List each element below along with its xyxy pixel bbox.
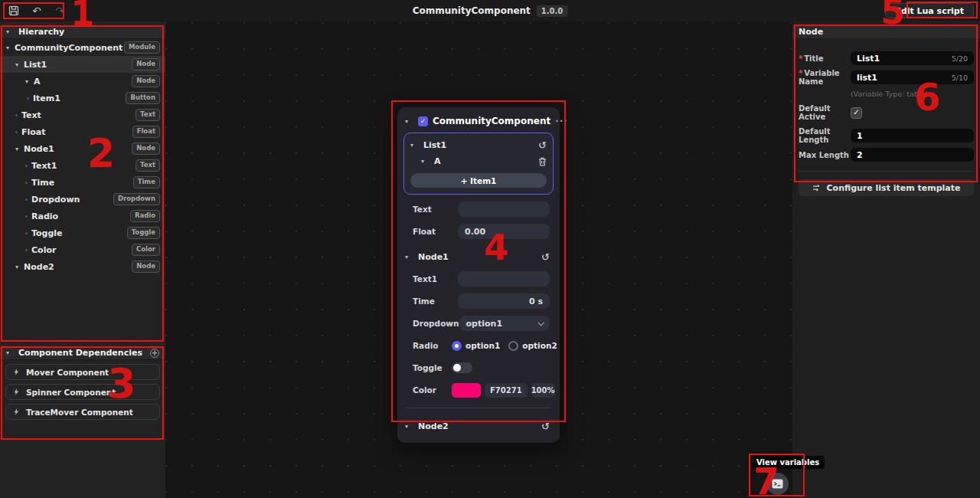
component-title: CommunityComponent: [413, 5, 531, 16]
reset-icon[interactable]: ↺: [541, 421, 550, 431]
component-card-header[interactable]: ▾ ✓ CommunityComponent ···: [397, 112, 560, 131]
text-input[interactable]: [458, 201, 550, 217]
chevron-down-icon[interactable]: ▾: [421, 158, 430, 165]
tree-item[interactable]: Color Color: [0, 241, 165, 258]
right-sidebar: Node *Title List1 5/20 *Variable Name li…: [792, 21, 980, 498]
dependencies-title: Component Dependencies: [18, 348, 142, 358]
dependency-label: TraceMover Component: [26, 408, 133, 417]
tree-item[interactable]: Text1 Text: [0, 157, 165, 174]
hierarchy-header[interactable]: ▾ Hierarchy: [0, 25, 165, 39]
tree-item[interactable]: ▾ CommunityComponent Module: [0, 39, 165, 56]
dependency-item[interactable]: TraceMover Component: [5, 404, 160, 420]
reset-icon[interactable]: ↺: [538, 140, 547, 150]
field-label: Default Active: [799, 104, 851, 121]
text1-field-row: Text1: [397, 271, 560, 287]
dependency-item[interactable]: Mover Component: [5, 364, 160, 380]
add-item-button[interactable]: + Item1: [410, 173, 547, 188]
chevron-down-icon[interactable]: ▾: [15, 146, 24, 152]
chevron-down-icon[interactable]: ▾: [6, 349, 15, 356]
text1-input[interactable]: [458, 271, 550, 287]
type-badge: Node: [132, 75, 160, 87]
view-variables-button[interactable]: [766, 473, 789, 495]
tree-item[interactable]: Toggle Toggle: [0, 224, 165, 241]
chevron-down-icon[interactable]: ▾: [25, 78, 34, 85]
tree-item-label: List1: [24, 60, 47, 70]
chevron-down-icon[interactable]: ▾: [6, 44, 15, 51]
dropdown-field-row: Dropdown option1: [397, 316, 560, 331]
default-length-input[interactable]: 1: [851, 129, 974, 143]
chevron-down-icon[interactable]: ▾: [15, 61, 24, 68]
tree-item[interactable]: Text Text: [0, 106, 165, 123]
time-input[interactable]: 0 s: [458, 293, 550, 309]
radio-option1-selected[interactable]: [452, 341, 462, 351]
tree-item[interactable]: Item1 Button: [0, 90, 165, 106]
tree-item[interactable]: Radio Radio: [0, 208, 165, 224]
toggle-switch-off[interactable]: [452, 362, 472, 373]
field-label: Max Length: [799, 151, 851, 159]
text-field-row: Text: [397, 201, 560, 217]
view-variables-tooltip: View variables: [751, 456, 825, 469]
tree-item[interactable]: ▾ A Node: [0, 73, 165, 90]
color-swatch[interactable]: [452, 383, 481, 398]
color-hex-input[interactable]: F70271: [485, 383, 528, 398]
chevron-down-icon[interactable]: ▾: [410, 142, 419, 149]
edit-lua-script-button[interactable]: Edit Lua script: [885, 3, 974, 18]
reset-icon[interactable]: ↺: [541, 252, 550, 262]
list-group-header[interactable]: ▾ List1 ↺: [410, 137, 547, 153]
field-label: *Title: [799, 54, 851, 63]
chevron-down-icon[interactable]: ▾: [405, 118, 413, 125]
max-length-row: Max Length 2: [799, 148, 975, 162]
float-field-row: Float 0.00: [397, 224, 560, 239]
node2-section-header[interactable]: ▾ Node2 ↺: [397, 418, 560, 434]
chevron-down-icon[interactable]: ▾: [6, 28, 15, 35]
chevron-down-icon[interactable]: ▾: [405, 423, 413, 430]
divider: [799, 171, 974, 172]
tree-item[interactable]: ▾ Node2 Node: [0, 258, 165, 275]
chevron-down-icon[interactable]: ▾: [15, 264, 24, 270]
list-group-title: List1: [423, 140, 446, 150]
color-alpha-input[interactable]: 100%: [531, 383, 555, 398]
tree-item-label: Dropdown: [31, 195, 80, 205]
component-icon: [12, 388, 21, 396]
tree-item[interactable]: ▾ List1 Node: [0, 56, 165, 73]
bullet-icon: [15, 114, 21, 116]
tree-item[interactable]: ▾ Node1 Node: [0, 140, 165, 157]
time-field-row: Time 0 s: [397, 293, 560, 309]
list-item-row[interactable]: ▾ A: [410, 153, 547, 169]
title-input[interactable]: List1 5/20: [851, 51, 974, 65]
title-field-row: *Title List1 5/20: [799, 51, 975, 65]
variable-name-input[interactable]: list1 5/10: [851, 70, 974, 84]
field-label: *Variable Name: [799, 69, 851, 86]
default-active-checkbox[interactable]: ✓: [851, 107, 862, 119]
component-icon: [12, 368, 21, 376]
type-badge: Text: [136, 159, 160, 171]
redo-icon[interactable]: ↷: [54, 5, 66, 17]
tree-item[interactable]: Float Float: [0, 123, 165, 140]
node-panel-title: Node: [799, 27, 823, 37]
type-badge: Node: [132, 260, 160, 272]
type-badge: Color: [132, 244, 160, 255]
trash-icon[interactable]: [538, 157, 547, 166]
add-dependency-icon[interactable]: +: [150, 349, 159, 358]
dependencies-header[interactable]: ▾ Component Dependencies +: [0, 346, 165, 360]
configure-list-template-button[interactable]: Configure list item template: [799, 179, 974, 196]
node1-section-header[interactable]: ▾ Node1 ↺: [397, 249, 560, 264]
list-group: ▾ List1 ↺ ▾ A + Item1: [403, 133, 554, 195]
tree-item-label: Toggle: [31, 228, 63, 238]
dropdown-select[interactable]: option1: [459, 316, 550, 331]
radio-option2[interactable]: [508, 341, 518, 351]
float-input[interactable]: 0.00: [458, 224, 550, 239]
undo-icon[interactable]: ↶: [31, 5, 43, 17]
tree-item[interactable]: Dropdown Dropdown: [0, 191, 165, 208]
max-length-input[interactable]: 2: [851, 148, 974, 162]
chevron-down-icon: [537, 319, 544, 326]
tree-item-label: Color: [31, 245, 56, 255]
chevron-down-icon[interactable]: ▾: [405, 254, 413, 260]
node-panel-body: *Title List1 5/20 *Variable Name list1 5…: [792, 39, 980, 196]
component-checkbox[interactable]: ✓: [418, 116, 428, 126]
type-badge: Time: [133, 176, 160, 188]
save-icon[interactable]: [8, 5, 20, 17]
dependency-item[interactable]: Spinner Component: [5, 384, 160, 400]
tree-item[interactable]: Time Time: [0, 174, 165, 191]
ellipsis-menu-icon[interactable]: ···: [555, 116, 568, 126]
